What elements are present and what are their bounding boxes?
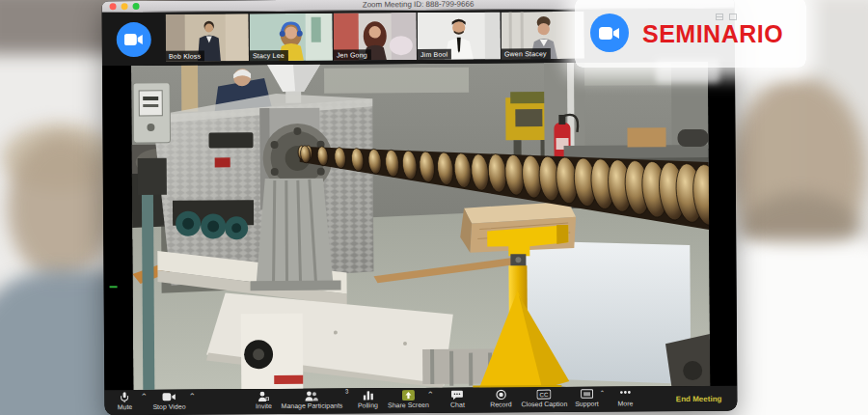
support-label: Support bbox=[575, 401, 599, 407]
seminar-promo-screenshot: Zoom Meeting ID: 888-799-9666 bbox=[0, 0, 868, 415]
polling-label: Polling bbox=[358, 401, 378, 408]
closed-caption-icon: CC bbox=[537, 389, 552, 400]
manage-participants-button[interactable]: 3 Manage Participants bbox=[281, 391, 342, 409]
more-label: More bbox=[617, 400, 633, 406]
share-options-chevron[interactable]: ⌃ bbox=[427, 391, 435, 399]
more-button[interactable]: More bbox=[617, 388, 633, 406]
participant-name: Gwen Stacey bbox=[502, 48, 551, 59]
share-screen-icon bbox=[402, 390, 415, 401]
support-bracket bbox=[256, 179, 334, 286]
support-options-chevron[interactable]: ⌃ bbox=[599, 390, 605, 398]
participants-icon bbox=[305, 391, 319, 401]
support-screen-icon bbox=[581, 389, 593, 400]
mute-label: Mute bbox=[118, 403, 133, 410]
background-left-person-head bbox=[8, 135, 114, 280]
main-video bbox=[102, 62, 737, 391]
participant-thumbnail[interactable]: Jen Gong bbox=[334, 13, 417, 61]
microphone-icon bbox=[121, 392, 129, 402]
stop-video-button[interactable]: Stop Video bbox=[152, 392, 185, 410]
fullscreen-icon bbox=[729, 14, 737, 20]
mute-options-chevron[interactable]: ⌃ bbox=[141, 393, 149, 401]
share-screen-label: Share Screen bbox=[388, 401, 429, 408]
video-camera-icon bbox=[124, 32, 144, 45]
workshop-video-scene bbox=[131, 62, 710, 390]
record-button[interactable]: Record bbox=[490, 389, 512, 407]
video-camera-icon bbox=[599, 26, 620, 41]
promo-mini-icons bbox=[716, 14, 737, 20]
red-label bbox=[274, 375, 303, 384]
gallery-view-icon bbox=[716, 14, 723, 20]
background-pipe bbox=[181, 66, 198, 112]
zoom-logo-tile bbox=[102, 13, 166, 66]
participant-thumbnail[interactable]: Bob Kloss bbox=[166, 14, 249, 62]
seminar-title: SEMINARIO bbox=[642, 20, 783, 48]
support-button[interactable]: Support bbox=[575, 389, 599, 407]
participant-thumbnail[interactable]: Gwen Stacey bbox=[502, 12, 584, 60]
wooden-box bbox=[627, 127, 665, 147]
promo-card: SEMINARIO bbox=[575, 0, 806, 68]
closed-caption-button[interactable]: CC Closed Caption bbox=[521, 389, 567, 407]
video-camera-icon bbox=[162, 392, 176, 402]
stop-video-label: Stop Video bbox=[152, 403, 185, 410]
invite-person-icon bbox=[258, 391, 269, 401]
machine-wheels bbox=[173, 200, 254, 240]
record-icon bbox=[496, 389, 506, 400]
participant-name: Bob Kloss bbox=[166, 51, 204, 62]
video-options-chevron[interactable]: ⌃ bbox=[189, 393, 197, 401]
participant-thumbnail[interactable]: Stacy Lee bbox=[250, 14, 333, 62]
zoom-logo bbox=[590, 14, 629, 52]
participants-count-badge: 3 bbox=[345, 389, 348, 395]
chat-bubble-icon bbox=[451, 390, 463, 401]
end-meeting-button[interactable]: End Meeting bbox=[676, 386, 722, 411]
more-dots-icon bbox=[618, 388, 632, 399]
invite-label: Invite bbox=[256, 402, 272, 409]
chat-button[interactable]: Chat bbox=[450, 390, 465, 408]
closed-caption-label: Closed Caption bbox=[521, 401, 567, 407]
meeting-toolbar: Mute ⌃ Stop Video ⌃ Invite bbox=[104, 386, 737, 415]
participant-thumbnail[interactable]: Jim Bool bbox=[418, 12, 501, 60]
invite-button[interactable]: Invite bbox=[256, 391, 272, 409]
svg-text:CC: CC bbox=[540, 392, 549, 398]
manage-participants-label: Manage Participants bbox=[282, 402, 343, 409]
green-tick-mark bbox=[110, 286, 118, 288]
share-screen-button[interactable]: Share Screen bbox=[388, 390, 429, 408]
mute-button[interactable]: Mute bbox=[118, 392, 133, 410]
record-label: Record bbox=[490, 401, 512, 407]
participant-name: Stacy Lee bbox=[250, 50, 288, 61]
polling-button[interactable]: Polling bbox=[358, 390, 378, 408]
participant-name: Jen Gong bbox=[334, 49, 371, 60]
zoom-logo bbox=[117, 21, 151, 56]
chat-label: Chat bbox=[450, 401, 465, 408]
participant-name: Jim Bool bbox=[418, 49, 452, 60]
bar-chart-icon bbox=[362, 390, 373, 401]
